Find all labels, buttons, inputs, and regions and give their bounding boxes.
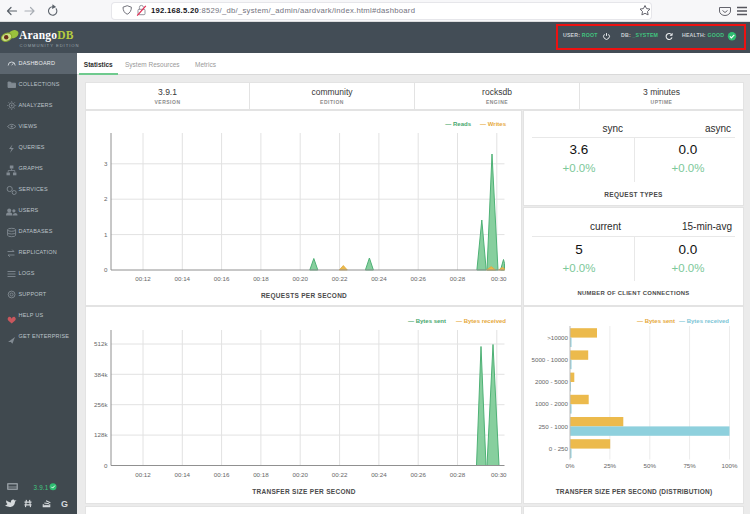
svg-text:— Writes: — Writes <box>480 121 507 127</box>
svg-text:0: 0 <box>104 266 108 273</box>
svg-text:00:18: 00:18 <box>253 275 269 282</box>
svg-text:— Bytes received: — Bytes received <box>679 318 729 324</box>
svg-text:00:22: 00:22 <box>332 275 348 282</box>
svg-text:G: G <box>61 499 68 509</box>
svg-text:25%: 25% <box>604 462 617 469</box>
svg-text:2: 2 <box>104 195 108 202</box>
svg-text:— Reads: — Reads <box>445 121 471 127</box>
svg-text:00:22: 00:22 <box>332 471 348 478</box>
svg-text:0: 0 <box>104 462 108 469</box>
svg-text:00:26: 00:26 <box>410 471 426 478</box>
svg-text:512k: 512k <box>94 340 108 347</box>
svg-text:75%: 75% <box>683 462 696 469</box>
svg-text:256k: 256k <box>94 401 108 408</box>
svg-text:00:16: 00:16 <box>214 471 230 478</box>
svg-text:00:28: 00:28 <box>450 275 466 282</box>
svg-text:00:12: 00:12 <box>135 275 151 282</box>
svg-text:1000 - 2000: 1000 - 2000 <box>535 400 569 407</box>
svg-text:00:30: 00:30 <box>491 471 507 478</box>
svg-text:00:18: 00:18 <box>253 471 269 478</box>
svg-text:— Bytes sent: — Bytes sent <box>637 318 675 324</box>
svg-text:3.9.1: 3.9.1 <box>34 484 49 491</box>
svg-text:TRANSFER SIZE PER SECOND: TRANSFER SIZE PER SECOND <box>252 488 356 495</box>
svg-text:128k: 128k <box>94 431 108 438</box>
svg-text:— Bytes sent: — Bytes sent <box>408 318 446 324</box>
svg-text:00:20: 00:20 <box>292 471 308 478</box>
svg-text:00:24: 00:24 <box>371 471 387 478</box>
svg-text:0 - 250: 0 - 250 <box>549 445 569 452</box>
svg-text:00:28: 00:28 <box>450 471 466 478</box>
svg-text:250 - 1000: 250 - 1000 <box>538 423 568 430</box>
svg-text:50%: 50% <box>644 462 657 469</box>
svg-text:00:26: 00:26 <box>410 275 426 282</box>
svg-text:00:24: 00:24 <box>371 275 387 282</box>
svg-text:2000 - 5000: 2000 - 5000 <box>535 378 569 385</box>
svg-text:0%: 0% <box>566 462 575 469</box>
svg-text:100%: 100% <box>722 462 738 469</box>
svg-text:— Bytes received: — Bytes received <box>456 318 506 324</box>
svg-text:00:30: 00:30 <box>491 275 507 282</box>
svg-text:REQUESTS PER SECOND: REQUESTS PER SECOND <box>261 292 347 300</box>
svg-text:00:14: 00:14 <box>175 275 191 282</box>
svg-text:00:12: 00:12 <box>135 471 151 478</box>
svg-text:3: 3 <box>104 160 108 167</box>
svg-text:TRANSFER SIZE PER SECOND (DIST: TRANSFER SIZE PER SECOND (DISTRIBUTION) <box>556 488 713 496</box>
svg-text:00:16: 00:16 <box>214 275 230 282</box>
svg-text:00:14: 00:14 <box>175 471 191 478</box>
svg-text:384k: 384k <box>94 371 108 378</box>
svg-text:5000 - 10000: 5000 - 10000 <box>532 356 569 363</box>
svg-text:>10000: >10000 <box>547 334 568 341</box>
svg-text:00:20: 00:20 <box>292 275 308 282</box>
svg-text:1: 1 <box>104 231 108 238</box>
